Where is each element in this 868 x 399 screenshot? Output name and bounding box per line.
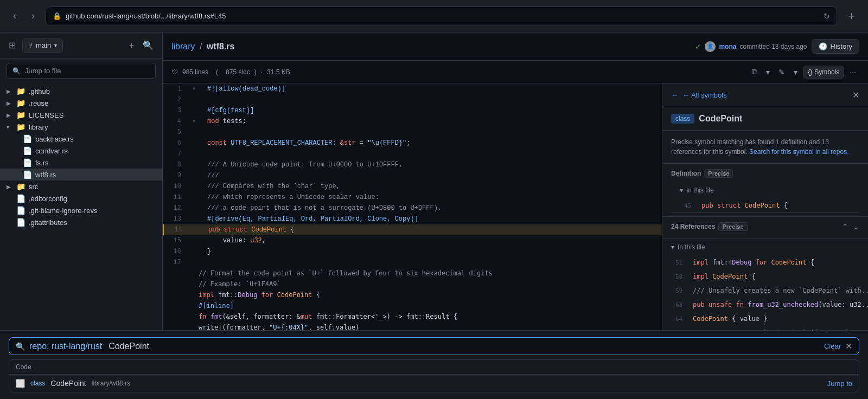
code-line-8: 8 /// A Unicode code point: from U+0000 … bbox=[163, 159, 662, 170]
ref-code: CodePoint { value } bbox=[693, 315, 767, 323]
line-number[interactable]: 5 bbox=[163, 127, 190, 138]
search-input-row: 🔍 repo: rust-lang/rust CodePoint Clear ✕ bbox=[9, 337, 859, 355]
line-number[interactable]: 17 bbox=[163, 257, 190, 268]
breadcrumb-library[interactable]: library bbox=[171, 42, 195, 51]
code-line-14: 14 pub struct CodePoint { bbox=[163, 224, 662, 235]
line-number[interactable]: 6 bbox=[163, 138, 190, 149]
symbols-title-row: class CodePoint bbox=[662, 107, 868, 131]
line-number[interactable]: 3 bbox=[163, 105, 190, 116]
forward-button[interactable]: › bbox=[27, 8, 39, 24]
jump-to-file-input[interactable] bbox=[25, 67, 150, 75]
ref-entry-64[interactable]: 64 CodePoint { value } bbox=[662, 312, 868, 326]
tree-item-git-blame[interactable]: 📄 .git-blame-ignore-revs bbox=[0, 204, 162, 216]
copy-button[interactable]: ⧉ bbox=[749, 65, 761, 79]
ref-group-header[interactable]: ▾ In this file bbox=[662, 239, 868, 255]
ref-entry-63[interactable]: 63 pub unsafe fn from_u32_unchecked(valu… bbox=[662, 298, 868, 312]
back-button[interactable]: ‹ bbox=[9, 8, 21, 24]
copy-dropdown-button[interactable]: ▾ bbox=[763, 66, 773, 79]
symbols-close-button[interactable]: ✕ bbox=[852, 90, 859, 100]
line-number[interactable]: 13 bbox=[163, 214, 190, 224]
line-number[interactable]: 16 bbox=[163, 246, 190, 257]
tree-item-backtrace[interactable]: 📄 backtrace.rs bbox=[0, 133, 162, 145]
tree-item-gitattributes[interactable]: 📄 .gitattributes bbox=[0, 216, 162, 228]
references-section-header: 24 References Precise ⌃ ⌄ bbox=[671, 222, 859, 231]
line-number-badge: 59 bbox=[675, 287, 688, 294]
line-number-badge: 64 bbox=[675, 316, 688, 323]
edit-button[interactable]: ✎ bbox=[775, 66, 788, 79]
tree-item-github[interactable]: ▶ 📁 .github bbox=[0, 85, 162, 97]
symbols-panel-header: ← ← All symbols ✕ bbox=[662, 83, 868, 107]
symbols-back-label: ← All symbols bbox=[682, 91, 727, 99]
url-text: github.com/rust-lang/rust/blob/.../libra… bbox=[66, 12, 226, 20]
symbols-back-button[interactable]: ← ← All symbols bbox=[671, 91, 727, 99]
search-icon: 🔍 bbox=[16, 342, 25, 351]
ref-group-this-file: ▾ In this file 51 impl fmt::Debug for Co… bbox=[662, 239, 868, 340]
commit-user: mona bbox=[719, 43, 736, 50]
file-search-box[interactable]: 🔍 bbox=[7, 63, 156, 79]
sidebar-toggle-button[interactable]: ⊞ bbox=[7, 38, 18, 53]
close-search-button[interactable]: ✕ bbox=[845, 341, 852, 351]
code-line-13: 13 #[derive(Eq, PartialEq, Ord, PartialO… bbox=[163, 214, 662, 224]
add-tab-button[interactable]: + bbox=[844, 7, 859, 25]
history-button[interactable]: 🕐 History bbox=[812, 39, 859, 54]
symbols-button[interactable]: {} Symbols bbox=[803, 66, 844, 79]
line-number[interactable]: 4 bbox=[163, 116, 190, 127]
in-this-file-header[interactable]: ▾ In this file bbox=[671, 182, 859, 198]
line-number[interactable]: 11 bbox=[163, 192, 190, 203]
edit-dropdown-button[interactable]: ▾ bbox=[790, 66, 801, 79]
more-options-button[interactable]: ··· bbox=[846, 66, 859, 79]
search-result-item[interactable]: ⬜ class CodePoint library/wtf8.rs Jump t… bbox=[9, 375, 859, 392]
chevron-right-icon: ▶ bbox=[7, 184, 13, 190]
tree-item-editorconfig[interactable]: 📄 .editorconfig bbox=[0, 192, 162, 204]
line-number[interactable]: 8 bbox=[163, 159, 190, 170]
ref-entry-59[interactable]: 59 /// Unsafely creates a new `CodePoint… bbox=[662, 284, 868, 298]
tree-item-label: .git-blame-ignore-revs bbox=[29, 207, 97, 215]
references-label: 24 References bbox=[671, 223, 715, 230]
line-number[interactable]: 10 bbox=[163, 181, 190, 192]
line-code bbox=[199, 94, 662, 105]
line-number[interactable]: 2 bbox=[163, 94, 190, 105]
address-bar[interactable]: 🔒 github.com/rust-lang/rust/blob/.../lib… bbox=[46, 7, 837, 26]
jump-to-button[interactable]: Jump to bbox=[827, 379, 852, 388]
definition-group: ▾ In this file 45 pub struct CodePoint { bbox=[671, 182, 859, 213]
line-chevron[interactable]: ▾ bbox=[190, 83, 199, 94]
separator: ( bbox=[216, 68, 218, 76]
tree-item-src[interactable]: ▶ 📁 src bbox=[0, 181, 162, 192]
ref-entry-51[interactable]: 51 impl fmt::Debug for CodePoint { bbox=[662, 255, 868, 269]
ref-entry-58[interactable]: 58 impl CodePoint { bbox=[662, 269, 868, 284]
line-chevron bbox=[190, 257, 199, 268]
tree-item-reuse[interactable]: ▶ 📁 .reuse bbox=[0, 97, 162, 109]
line-number-badge: 51 bbox=[675, 259, 688, 266]
tree-item-label: .gitattributes bbox=[29, 218, 67, 227]
search-button[interactable]: 🔍 bbox=[141, 38, 156, 53]
tree-item-library[interactable]: ▾ 📁 library bbox=[0, 121, 162, 133]
expand-button[interactable]: ⌄ bbox=[853, 222, 859, 231]
clear-button[interactable]: Clear bbox=[824, 342, 841, 350]
line-number[interactable]: 9 bbox=[163, 170, 190, 181]
refresh-icon: ↻ bbox=[824, 12, 830, 21]
line-chevron bbox=[190, 235, 199, 246]
line-code: #[derive(Eq, PartialEq, Ord, PartialOrd,… bbox=[199, 214, 662, 224]
line-chevron bbox=[190, 105, 199, 116]
collapse-button[interactable]: ⌃ bbox=[842, 222, 848, 231]
line-number[interactable]: 15 bbox=[163, 235, 190, 246]
line-code: /// Compares with the `char` type, bbox=[199, 181, 662, 192]
branch-selector[interactable]: ⑂ main ▾ bbox=[22, 38, 63, 53]
line-number[interactable]: 14 bbox=[164, 224, 191, 235]
ref-group-text: In this file bbox=[678, 243, 705, 251]
tree-item-licenses[interactable]: ▶ 📁 LICENSES bbox=[0, 109, 162, 121]
line-number[interactable]: 1 bbox=[163, 83, 190, 94]
search-all-repos-link[interactable]: Search for this symbol in all repos. bbox=[749, 148, 848, 156]
code-line-2: 2 bbox=[163, 94, 662, 105]
tree-item-condvar[interactable]: 📄 condvar.rs bbox=[0, 145, 162, 157]
tree-item-wtf8[interactable]: 📄 wtf8.rs bbox=[0, 169, 162, 181]
definition-entry-45[interactable]: 45 pub struct CodePoint { bbox=[671, 198, 859, 213]
global-search-input[interactable] bbox=[154, 342, 820, 351]
line-number[interactable]: 7 bbox=[163, 149, 190, 159]
file-info-bar: 🛡 985 lines ( 875 sloc ) · 31.5 KB ⧉ ▾ ✎… bbox=[163, 61, 868, 83]
line-chevron[interactable]: ▾ bbox=[190, 116, 199, 127]
tree-item-fs[interactable]: 📄 fs.rs bbox=[0, 157, 162, 169]
code-line-16: 16 } bbox=[163, 246, 662, 257]
add-file-button[interactable]: + bbox=[127, 38, 136, 53]
line-number[interactable]: 12 bbox=[163, 203, 190, 214]
